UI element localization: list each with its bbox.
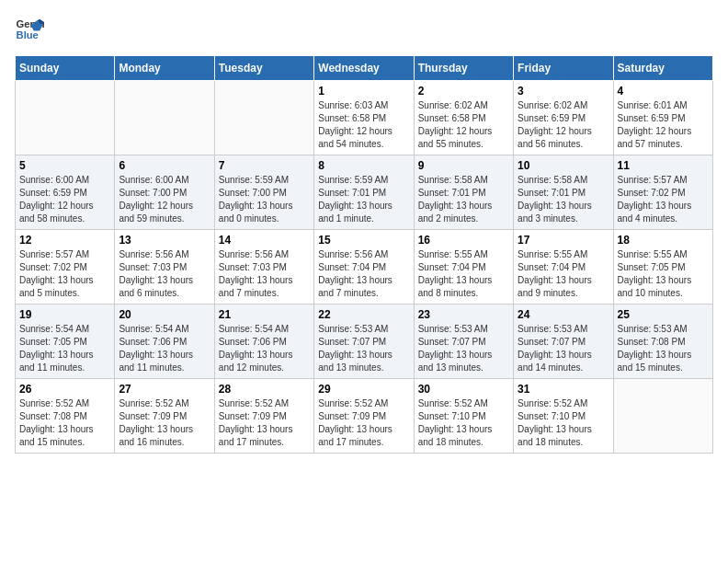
calendar-cell: 13Sunrise: 5:56 AM Sunset: 7:03 PM Dayli… (115, 230, 214, 304)
logo-icon: General Blue (15, 15, 44, 44)
logo: General Blue (15, 15, 44, 44)
day-header-friday: Friday (514, 56, 613, 81)
calendar-cell: 19Sunrise: 5:54 AM Sunset: 7:05 PM Dayli… (16, 304, 115, 379)
day-info: Sunrise: 5:57 AM Sunset: 7:02 PM Dayligh… (618, 174, 709, 225)
day-number: 14 (219, 234, 310, 247)
calendar-cell: 8Sunrise: 5:59 AM Sunset: 7:01 PM Daylig… (314, 155, 414, 230)
calendar-week-row: 12Sunrise: 5:57 AM Sunset: 7:02 PM Dayli… (16, 230, 713, 304)
day-info: Sunrise: 5:53 AM Sunset: 7:08 PM Dayligh… (618, 323, 709, 374)
day-info: Sunrise: 6:02 AM Sunset: 6:58 PM Dayligh… (418, 99, 509, 151)
day-info: Sunrise: 5:52 AM Sunset: 7:08 PM Dayligh… (19, 397, 110, 449)
day-info: Sunrise: 5:52 AM Sunset: 7:10 PM Dayligh… (418, 397, 509, 449)
day-number: 1 (318, 85, 409, 98)
calendar-cell: 31Sunrise: 5:52 AM Sunset: 7:10 PM Dayli… (514, 379, 613, 454)
calendar-cell: 15Sunrise: 5:56 AM Sunset: 7:04 PM Dayli… (314, 230, 414, 304)
day-info: Sunrise: 5:56 AM Sunset: 7:03 PM Dayligh… (119, 248, 210, 300)
calendar-cell: 3Sunrise: 6:02 AM Sunset: 6:59 PM Daylig… (514, 81, 613, 155)
calendar-cell: 22Sunrise: 5:53 AM Sunset: 7:07 PM Dayli… (314, 304, 414, 379)
calendar-cell: 23Sunrise: 5:53 AM Sunset: 7:07 PM Dayli… (414, 304, 513, 379)
page-header: General Blue (15, 15, 713, 44)
calendar-cell: 29Sunrise: 5:52 AM Sunset: 7:09 PM Dayli… (314, 379, 414, 454)
calendar-cell: 14Sunrise: 5:56 AM Sunset: 7:03 PM Dayli… (214, 230, 313, 304)
calendar-cell: 1Sunrise: 6:03 AM Sunset: 6:58 PM Daylig… (314, 81, 414, 155)
calendar-cell: 30Sunrise: 5:52 AM Sunset: 7:10 PM Dayli… (414, 379, 513, 454)
calendar-cell: 10Sunrise: 5:58 AM Sunset: 7:01 PM Dayli… (514, 155, 613, 230)
day-info: Sunrise: 5:52 AM Sunset: 7:09 PM Dayligh… (119, 397, 210, 449)
calendar-cell: 9Sunrise: 5:58 AM Sunset: 7:01 PM Daylig… (414, 155, 513, 230)
day-number: 15 (318, 234, 409, 247)
day-header-thursday: Thursday (414, 56, 513, 81)
day-header-wednesday: Wednesday (314, 56, 414, 81)
day-number: 3 (518, 85, 609, 98)
day-number: 27 (119, 383, 210, 396)
calendar-cell: 25Sunrise: 5:53 AM Sunset: 7:08 PM Dayli… (613, 304, 712, 379)
day-info: Sunrise: 5:55 AM Sunset: 7:04 PM Dayligh… (518, 248, 609, 300)
calendar-week-row: 26Sunrise: 5:52 AM Sunset: 7:08 PM Dayli… (16, 379, 713, 454)
day-info: Sunrise: 6:02 AM Sunset: 6:59 PM Dayligh… (518, 99, 609, 151)
day-number: 8 (318, 159, 409, 172)
calendar-cell: 27Sunrise: 5:52 AM Sunset: 7:09 PM Dayli… (115, 379, 214, 454)
day-info: Sunrise: 6:03 AM Sunset: 6:58 PM Dayligh… (318, 99, 409, 151)
calendar-header-row: SundayMondayTuesdayWednesdayThursdayFrid… (16, 56, 713, 81)
day-info: Sunrise: 5:58 AM Sunset: 7:01 PM Dayligh… (418, 174, 509, 225)
calendar-week-row: 5Sunrise: 6:00 AM Sunset: 6:59 PM Daylig… (16, 155, 713, 230)
day-number: 21 (219, 308, 310, 321)
day-number: 6 (119, 159, 210, 172)
day-info: Sunrise: 5:59 AM Sunset: 7:00 PM Dayligh… (219, 174, 310, 225)
calendar-cell: 6Sunrise: 6:00 AM Sunset: 7:00 PM Daylig… (115, 155, 214, 230)
day-number: 19 (19, 308, 110, 321)
calendar-cell: 28Sunrise: 5:52 AM Sunset: 7:09 PM Dayli… (214, 379, 313, 454)
calendar-cell: 7Sunrise: 5:59 AM Sunset: 7:00 PM Daylig… (214, 155, 313, 230)
day-info: Sunrise: 5:52 AM Sunset: 7:10 PM Dayligh… (518, 397, 609, 449)
calendar-cell: 24Sunrise: 5:53 AM Sunset: 7:07 PM Dayli… (514, 304, 613, 379)
calendar-week-row: 19Sunrise: 5:54 AM Sunset: 7:05 PM Dayli… (16, 304, 713, 379)
day-info: Sunrise: 5:53 AM Sunset: 7:07 PM Dayligh… (518, 323, 609, 374)
day-info: Sunrise: 5:59 AM Sunset: 7:01 PM Dayligh… (318, 174, 409, 225)
day-info: Sunrise: 5:53 AM Sunset: 7:07 PM Dayligh… (318, 323, 409, 374)
day-number: 2 (418, 85, 509, 98)
calendar-cell: 5Sunrise: 6:00 AM Sunset: 6:59 PM Daylig… (16, 155, 115, 230)
day-number: 5 (19, 159, 110, 172)
day-info: Sunrise: 6:00 AM Sunset: 6:59 PM Dayligh… (19, 174, 110, 225)
calendar-cell: 4Sunrise: 6:01 AM Sunset: 6:59 PM Daylig… (613, 81, 712, 155)
day-number: 24 (518, 308, 609, 321)
day-info: Sunrise: 5:58 AM Sunset: 7:01 PM Dayligh… (518, 174, 609, 225)
day-number: 28 (219, 383, 310, 396)
calendar-cell (613, 379, 712, 454)
day-info: Sunrise: 5:57 AM Sunset: 7:02 PM Dayligh… (19, 248, 110, 300)
day-number: 4 (618, 85, 709, 98)
day-number: 17 (518, 234, 609, 247)
day-info: Sunrise: 5:56 AM Sunset: 7:03 PM Dayligh… (219, 248, 310, 300)
calendar-table: SundayMondayTuesdayWednesdayThursdayFrid… (15, 55, 713, 454)
calendar-cell (214, 81, 313, 155)
day-info: Sunrise: 5:54 AM Sunset: 7:06 PM Dayligh… (219, 323, 310, 374)
day-number: 16 (418, 234, 509, 247)
day-header-sunday: Sunday (16, 56, 115, 81)
calendar-cell: 17Sunrise: 5:55 AM Sunset: 7:04 PM Dayli… (514, 230, 613, 304)
day-header-saturday: Saturday (613, 56, 712, 81)
calendar-cell: 16Sunrise: 5:55 AM Sunset: 7:04 PM Dayli… (414, 230, 513, 304)
day-info: Sunrise: 5:55 AM Sunset: 7:05 PM Dayligh… (618, 248, 709, 300)
calendar-cell: 18Sunrise: 5:55 AM Sunset: 7:05 PM Dayli… (613, 230, 712, 304)
day-number: 20 (119, 308, 210, 321)
day-info: Sunrise: 6:01 AM Sunset: 6:59 PM Dayligh… (618, 99, 709, 151)
day-number: 29 (318, 383, 409, 396)
day-number: 25 (618, 308, 709, 321)
day-info: Sunrise: 5:53 AM Sunset: 7:07 PM Dayligh… (418, 323, 509, 374)
day-info: Sunrise: 5:56 AM Sunset: 7:04 PM Dayligh… (318, 248, 409, 300)
calendar-cell (115, 81, 214, 155)
day-info: Sunrise: 5:54 AM Sunset: 7:06 PM Dayligh… (119, 323, 210, 374)
day-number: 26 (19, 383, 110, 396)
day-header-monday: Monday (115, 56, 214, 81)
calendar-cell: 21Sunrise: 5:54 AM Sunset: 7:06 PM Dayli… (214, 304, 313, 379)
day-number: 30 (418, 383, 509, 396)
day-number: 22 (318, 308, 409, 321)
day-number: 23 (418, 308, 509, 321)
day-number: 10 (518, 159, 609, 172)
day-number: 31 (518, 383, 609, 396)
calendar-week-row: 1Sunrise: 6:03 AM Sunset: 6:58 PM Daylig… (16, 81, 713, 155)
calendar-cell: 12Sunrise: 5:57 AM Sunset: 7:02 PM Dayli… (16, 230, 115, 304)
day-number: 18 (618, 234, 709, 247)
calendar-cell: 20Sunrise: 5:54 AM Sunset: 7:06 PM Dayli… (115, 304, 214, 379)
day-header-tuesday: Tuesday (214, 56, 313, 81)
